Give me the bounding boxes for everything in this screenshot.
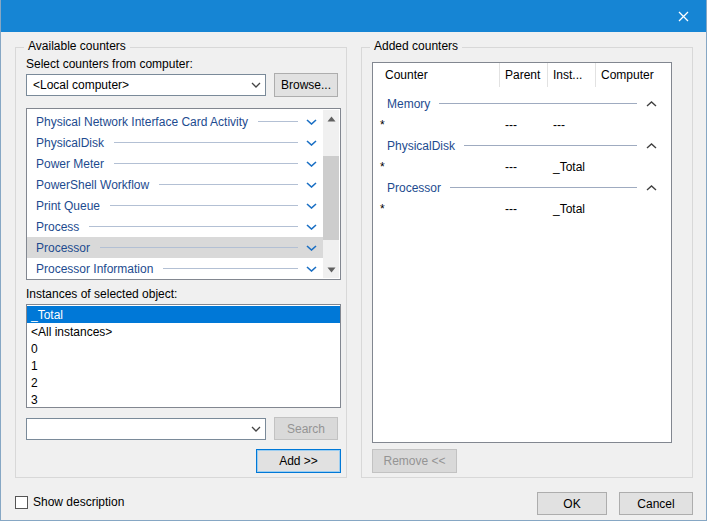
counters-list: Physical Network Interface Card Activity… xyxy=(26,108,341,280)
chevron-up-icon[interactable] xyxy=(646,143,657,149)
chevron-up-icon[interactable] xyxy=(646,101,657,107)
chevron-down-icon[interactable] xyxy=(306,140,317,146)
divider xyxy=(114,163,298,164)
select-computer-label: Select counters from computer: xyxy=(26,57,193,71)
added-counters-group: Added counters Counter Parent Inst... Co… xyxy=(361,47,693,478)
divider xyxy=(163,268,298,269)
counter-label: PowerShell Workflow xyxy=(36,178,149,192)
divider xyxy=(100,247,298,248)
divider xyxy=(110,205,298,206)
divider xyxy=(258,121,298,122)
chevron-down-icon[interactable] xyxy=(306,245,317,251)
divider xyxy=(464,145,637,146)
instance-row[interactable]: 0 xyxy=(27,340,340,357)
counter-row[interactable]: PowerShell Workflow xyxy=(27,174,323,195)
cell-parent: --- xyxy=(500,202,548,216)
counter-label: Processor xyxy=(36,241,90,255)
cell-instance: --- xyxy=(548,118,596,132)
instance-search-combobox[interactable] xyxy=(26,418,266,440)
cell-counter: * xyxy=(373,202,500,216)
close-icon xyxy=(678,11,689,22)
divider xyxy=(89,226,298,227)
counter-group-name: PhysicalDisk xyxy=(387,139,455,153)
counter-label: Power Meter xyxy=(36,157,104,171)
table-row[interactable]: * --- _Total xyxy=(373,198,671,219)
show-description-checkbox[interactable] xyxy=(15,496,28,509)
counter-label: Process xyxy=(36,220,79,234)
instances-label: Instances of selected object: xyxy=(26,287,177,301)
counter-row[interactable]: PhysicalDisk xyxy=(27,132,323,153)
add-counters-dialog: Available counters Select counters from … xyxy=(0,0,707,521)
cell-counter: * xyxy=(373,160,500,174)
computer-combobox[interactable]: <Local computer> xyxy=(26,74,266,96)
counter-label: Processor Information xyxy=(36,262,153,276)
chevron-down-icon[interactable] xyxy=(306,182,317,188)
cell-parent: --- xyxy=(500,118,548,132)
chevron-down-icon[interactable] xyxy=(246,419,265,439)
instance-row[interactable]: <All instances> xyxy=(27,323,340,340)
cell-instance: _Total xyxy=(548,160,596,174)
scroll-up-icon[interactable] xyxy=(323,110,339,127)
counter-row[interactable]: Power Meter xyxy=(27,153,323,174)
instance-search-input[interactable] xyxy=(27,419,246,439)
counter-row[interactable]: Processor Information xyxy=(27,258,323,279)
added-counters-table: Counter Parent Inst... Computer Memory *… xyxy=(372,62,672,443)
counter-row[interactable]: Physical Network Interface Card Activity xyxy=(27,111,323,132)
counter-group-row[interactable]: PhysicalDisk xyxy=(373,135,671,156)
browse-button[interactable]: Browse... xyxy=(274,73,338,97)
counter-row-selected[interactable]: Processor xyxy=(27,237,323,258)
instance-row[interactable]: 3 xyxy=(27,391,340,408)
column-header-parent[interactable]: Parent xyxy=(500,63,548,87)
counter-label: Print Queue xyxy=(36,199,100,213)
instance-row[interactable]: 1 xyxy=(27,357,340,374)
available-counters-group: Available counters Select counters from … xyxy=(15,47,347,478)
counter-group-name: Processor xyxy=(387,181,441,195)
counter-label: Physical Network Interface Card Activity xyxy=(36,115,248,129)
scroll-down-icon[interactable] xyxy=(323,261,339,278)
chevron-down-icon[interactable] xyxy=(306,161,317,167)
counter-group-row[interactable]: Processor xyxy=(373,177,671,198)
cancel-button[interactable]: Cancel xyxy=(619,492,693,515)
add-button[interactable]: Add >> xyxy=(256,449,341,473)
search-button[interactable]: Search xyxy=(274,417,338,440)
chevron-up-icon[interactable] xyxy=(646,185,657,191)
divider xyxy=(114,142,298,143)
instances-list: _Total <All instances> 0 1 2 3 xyxy=(26,304,341,408)
table-row[interactable]: * --- _Total xyxy=(373,156,671,177)
table-row[interactable]: * --- --- xyxy=(373,114,671,135)
counter-label: PhysicalDisk xyxy=(36,136,104,150)
show-description-label: Show description xyxy=(33,495,124,509)
remove-button[interactable]: Remove << xyxy=(372,449,457,473)
instance-row[interactable]: 2 xyxy=(27,374,340,391)
scrollbar-thumb[interactable] xyxy=(323,156,339,240)
added-counters-group-label: Added counters xyxy=(370,39,462,53)
computer-combobox-value: <Local computer> xyxy=(27,78,246,92)
ok-button[interactable]: OK xyxy=(537,492,607,515)
chevron-down-icon[interactable] xyxy=(306,203,317,209)
vertical-scrollbar[interactable] xyxy=(323,110,339,278)
titlebar xyxy=(1,0,706,32)
divider xyxy=(450,187,637,188)
table-body: Memory * --- --- PhysicalDisk * xyxy=(373,87,671,219)
cell-instance: _Total xyxy=(548,202,596,216)
counter-row[interactable]: Process xyxy=(27,216,323,237)
chevron-down-icon[interactable] xyxy=(306,119,317,125)
divider xyxy=(439,103,637,104)
chevron-down-icon[interactable] xyxy=(246,75,265,95)
column-header-counter[interactable]: Counter xyxy=(373,63,500,87)
instance-row-selected[interactable]: _Total xyxy=(27,306,340,323)
cell-counter: * xyxy=(373,118,500,132)
counter-group-row[interactable]: Memory xyxy=(373,93,671,114)
column-header-computer[interactable]: Computer xyxy=(596,63,671,87)
available-counters-group-label: Available counters xyxy=(24,39,130,53)
table-header: Counter Parent Inst... Computer xyxy=(373,63,671,87)
chevron-down-icon[interactable] xyxy=(306,266,317,272)
chevron-down-icon[interactable] xyxy=(306,224,317,230)
counter-row[interactable]: Print Queue xyxy=(27,195,323,216)
divider xyxy=(159,184,298,185)
close-button[interactable] xyxy=(660,0,706,32)
cell-parent: --- xyxy=(500,160,548,174)
column-header-instance[interactable]: Inst... xyxy=(548,63,596,87)
counter-group-name: Memory xyxy=(387,97,430,111)
